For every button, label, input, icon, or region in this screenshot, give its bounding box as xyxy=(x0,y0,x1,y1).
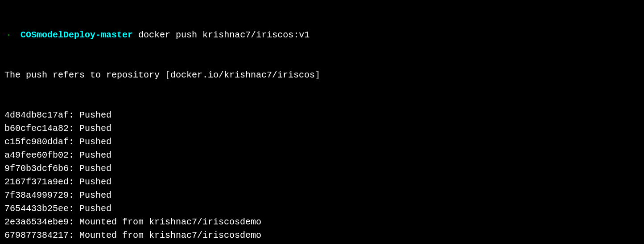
command-text: docker push krishnac7/iriscos:v1 xyxy=(138,30,310,40)
layer-line: a49fee60fb02: Pushed xyxy=(4,149,640,162)
layer-hash: a49fee60fb02 xyxy=(4,150,69,160)
prompt-arrow-icon: → xyxy=(4,30,10,40)
layer-status: Pushed xyxy=(79,137,111,147)
layer-status: Pushed xyxy=(79,177,111,187)
layer-status: Mounted from krishnac7/iriscosdemo xyxy=(79,217,261,227)
layer-line: 2e3a6534ebe9: Mounted from krishnac7/iri… xyxy=(4,216,640,229)
layer-hash: 2e3a6534ebe9 xyxy=(4,217,69,227)
layer-status: Pushed xyxy=(79,110,111,120)
layer-hash: 2167f371a9ed xyxy=(4,177,69,187)
layer-hash: b60cfec14a82 xyxy=(4,123,69,134)
layer-status: Mounted from krishnac7/iriscosdemo xyxy=(79,230,261,240)
layer-line: 2167f371a9ed: Pushed xyxy=(4,175,640,189)
prompt-line: → COSmodelDeploy-master docker push kris… xyxy=(4,28,640,42)
prompt-directory: COSmodelDeploy-master xyxy=(21,30,133,40)
layer-line: b60cfec14a82: Pushed xyxy=(4,122,640,135)
layer-hash: c15fc980ddaf xyxy=(4,137,69,147)
layer-line: 7f38a4999729: Pushed xyxy=(4,189,640,202)
layer-hash: 7654433b25ee xyxy=(4,203,69,214)
repo-info-line: The push refers to repository [docker.io… xyxy=(4,69,640,82)
layer-hash: 679877384217 xyxy=(4,230,69,240)
layer-hash: 7f38a4999729 xyxy=(4,190,69,200)
layer-status: Pushed xyxy=(79,190,111,200)
layer-line: 7654433b25ee: Pushed xyxy=(4,202,640,216)
layer-status: Pushed xyxy=(79,163,111,174)
layer-line: 4d84db8c17af: Pushed xyxy=(4,109,640,122)
layer-line: 9f70b3dcf6b6: Pushed xyxy=(4,162,640,175)
layer-status: Pushed xyxy=(79,123,111,134)
layer-line: 660122f16169: Mounted from krishnac7/iri… xyxy=(4,242,640,244)
layer-line: c15fc980ddaf: Pushed xyxy=(4,135,640,149)
layer-hash: 4d84db8c17af xyxy=(4,110,69,120)
layer-status: Pushed xyxy=(79,203,111,214)
layer-line: 679877384217: Mounted from krishnac7/iri… xyxy=(4,229,640,242)
terminal-output[interactable]: → COSmodelDeploy-master docker push kris… xyxy=(0,0,644,244)
layer-hash: 9f70b3dcf6b6 xyxy=(4,163,69,174)
layer-status: Pushed xyxy=(79,150,111,160)
